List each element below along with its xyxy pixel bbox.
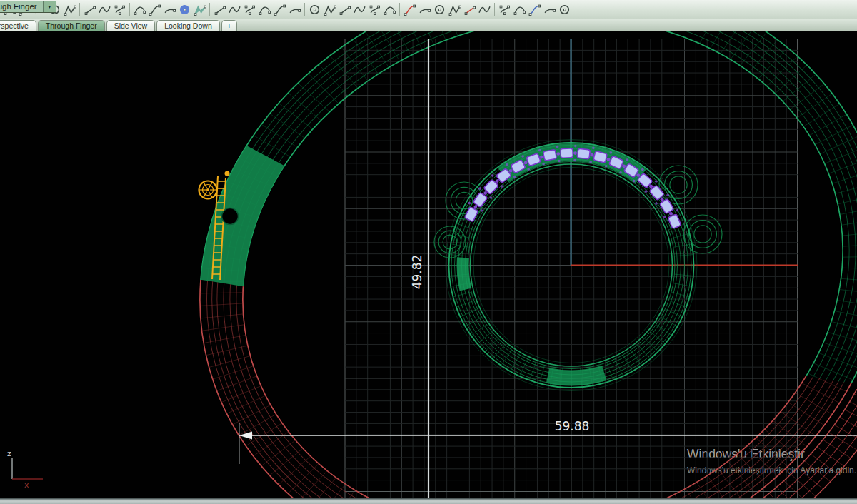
split-curve-icon[interactable] [433,4,446,16]
tab-looking-down[interactable]: Looking Down [156,20,220,31]
close-curve-icon[interactable] [324,4,336,16]
chevron-down-icon[interactable]: ▼ [43,1,56,12]
viewport-tabs: PerspectiveThrough FingerSide ViewLookin… [0,19,857,31]
untrim-icon[interactable] [448,4,461,16]
offset-curve-icon[interactable] [214,4,226,16]
toolbar [0,0,857,19]
paraboloid-icon[interactable] [194,4,206,16]
rhino-window: PerspectiveThrough FingerSide ViewLookin… [0,0,857,504]
toolbar-separator [399,3,400,16]
extend-curve-icon[interactable] [229,4,241,16]
viewport-canvas[interactable]: 49.82 59.88 z x [0,0,857,504]
toolbar-separator [494,3,495,16]
toolbar-separator [129,3,130,16]
tab-side-view[interactable]: Side View [106,20,156,31]
rebuild-curve-icon[interactable] [274,4,286,16]
tab-through-finger[interactable]: Through Finger [38,20,105,31]
trim-curve-icon[interactable] [419,4,431,16]
toolbar-separator [79,3,80,16]
curve-deviation-icon[interactable] [513,4,526,16]
point-grid-icon[interactable] [339,4,351,16]
viewport-title-label: Through Finger [0,1,43,12]
tab-perspective[interactable]: Perspective [0,20,36,31]
revolve-curve-icon[interactable] [543,4,556,16]
axis-x-label: x [24,480,29,490]
arc-icon[interactable] [134,4,146,16]
dimension-vertical-value: 49.82 [410,255,424,290]
helix-icon[interactable] [164,4,176,16]
point-on-curve-icon[interactable] [384,4,396,16]
delete-sub-curve-icon[interactable] [259,4,271,16]
adjust-end-bulge-icon[interactable] [498,4,511,16]
insert-control-point-icon[interactable] [463,4,476,16]
toolbar-separator [304,3,305,16]
sphere-icon[interactable] [179,4,191,16]
curve-boolean-icon[interactable] [404,4,416,16]
add-viewport-tab[interactable]: + [221,20,237,31]
divide-curve-icon[interactable] [354,4,366,16]
axis-z-label: z [7,449,11,458]
status-bar [0,498,857,504]
curve-through-polyline-icon[interactable] [114,4,126,16]
polygon-icon[interactable] [369,4,381,16]
dimension-horizontal-value: 59.88 [555,419,590,433]
sketch-curve-icon[interactable] [64,4,76,16]
match-curve-icon[interactable] [289,4,301,16]
toolbar-separator [209,3,210,16]
bend-curve-icon[interactable] [558,4,571,16]
fillet-curve-icon[interactable] [244,4,256,16]
symmetry-curve-icon[interactable] [309,4,321,16]
polyline-icon[interactable] [99,4,111,16]
conic-icon[interactable] [149,4,161,16]
wave-surface-icon[interactable] [528,4,541,16]
viewport-title-menu[interactable]: Through Finger ▼ [0,1,56,13]
remove-knot-icon[interactable] [478,4,491,16]
line-icon[interactable] [84,4,96,16]
